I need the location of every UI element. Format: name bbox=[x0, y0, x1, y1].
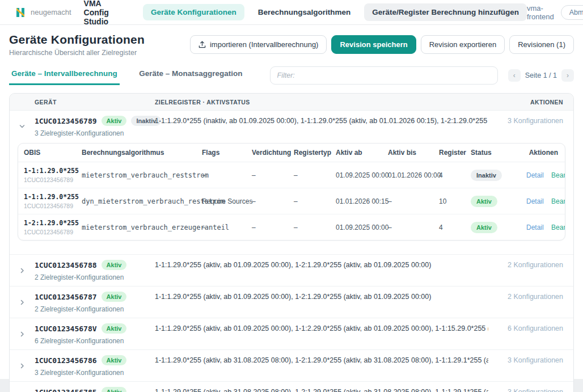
tab-monatsaggregation[interactable]: Geräte – Monatsaggregation bbox=[137, 66, 244, 85]
column-header-aktiv-bis: Aktiv bis bbox=[382, 144, 433, 162]
aktiv-ab-value: 01.09.2025 00:00 bbox=[330, 214, 382, 241]
tab-intervallberechnung[interactable]: Geräte – Intervallberechnung bbox=[9, 66, 120, 85]
config-count-sublabel: 3 Zielregister-Konfigurationen bbox=[35, 369, 155, 377]
device-cell: 1CUC0123456788 Aktiv 2 Zielregister-Konf… bbox=[35, 260, 155, 281]
column-header-aktiv-ab: Aktiv ab bbox=[330, 144, 382, 162]
column-header-status: Status bbox=[465, 144, 515, 162]
app-window: neugemacht VMA Config Studio Geräte Konf… bbox=[0, 0, 583, 379]
device-id: 1CUC0123456786 bbox=[35, 356, 97, 365]
detail-link[interactable]: Detail bbox=[526, 197, 544, 205]
header-actions: importieren (Intervallberechnung) Revisi… bbox=[190, 35, 574, 54]
nav-geraete-konfigurationen[interactable]: Geräte Konfigurationen bbox=[143, 4, 244, 20]
filter-input[interactable] bbox=[270, 66, 498, 85]
registertyp-value: – bbox=[288, 188, 330, 214]
device-table: GERÄT ZIELREGISTER · AKTIVSTATUS AKTIONE… bbox=[9, 93, 574, 392]
algorithm-name: dyn_mieterstrom_verbrauch_reststrom bbox=[76, 188, 196, 214]
edit-link[interactable]: Bearbeiten bbox=[551, 224, 565, 231]
device-table-header: GERÄT ZIELREGISTER · AKTIVSTATUS AKTIONE… bbox=[10, 94, 573, 111]
column-header-registers: ZIELREGISTER · AKTIVSTATUS bbox=[155, 99, 488, 106]
device-id: 1CUC0123456785 bbox=[35, 388, 97, 392]
status-badge: Aktiv bbox=[102, 292, 127, 302]
config-count-sublabel: 2 Zielregister-Konfigurationen bbox=[35, 273, 155, 281]
aktiv-ab-value: 01.01.2026 00:15 bbox=[330, 188, 382, 214]
aktiv-bis-value: – bbox=[382, 188, 433, 214]
device-serial: 1CUC0123456789 bbox=[24, 229, 73, 235]
device-cell: 1CUC012345678V Aktiv 6 Zielregister-Konf… bbox=[35, 323, 155, 345]
nav-add-device-register-button[interactable]: Geräte/Register Berechnung hinzufügen bbox=[364, 3, 527, 21]
status-badge: Aktiv bbox=[102, 116, 127, 126]
device-id: 1CUC0123456788 bbox=[35, 261, 97, 269]
device-row[interactable]: 1CUC0123456785 Aktiv 3 Zielregister-Konf… bbox=[10, 382, 573, 392]
device-row[interactable]: 1CUC0123456786 Aktiv 3 Zielregister-Konf… bbox=[10, 350, 573, 382]
device-row[interactable]: 1CUC012345678V Aktiv 6 Zielregister-Konf… bbox=[10, 318, 573, 350]
configuration-count: 3 Konfigurationen bbox=[488, 355, 573, 364]
device-serial: 1CUC0123456789 bbox=[24, 176, 73, 183]
register-summary: 1-1:1.29.0*255 (aktiv, ab 01.09.2025 00:… bbox=[155, 260, 488, 269]
device-row[interactable]: 1CUC0123456788 Aktiv 2 Zielregister-Konf… bbox=[10, 255, 573, 286]
next-page-button[interactable]: › bbox=[561, 69, 574, 82]
pagination: ‹ Seite 1 / 1 › bbox=[508, 69, 574, 82]
chevron-right-icon[interactable] bbox=[19, 299, 26, 306]
column-header-verdichtung: Verdichtung bbox=[246, 144, 288, 162]
column-header-algorithm: Berechnungsalgorithmus bbox=[76, 144, 196, 162]
page-content: Geräte Konfigurationen Hierarchische Übe… bbox=[0, 25, 583, 392]
register-detail-card: OBIS Berechnungsalgorithmus Flags Verdic… bbox=[18, 143, 565, 241]
obis-code: 1-1:1.29.0*255 bbox=[24, 167, 73, 175]
column-header-aktionen: Aktionen bbox=[515, 144, 565, 162]
table-row: 1-1:1.29.0*255 1CUC0123456789 mieterstro… bbox=[18, 162, 565, 188]
aktiv-bis-value: 01.01.2026 00:00 bbox=[382, 162, 433, 188]
aktiv-bis-value: – bbox=[382, 214, 433, 241]
chevron-right-icon[interactable] bbox=[19, 267, 26, 274]
config-count-sublabel: 3 Zielregister-Konfigurationen bbox=[35, 129, 155, 137]
import-button[interactable]: importieren (Intervallberechnung) bbox=[190, 35, 327, 54]
detail-link[interactable]: Detail bbox=[526, 224, 544, 231]
tabs-row: Geräte – Intervallberechnung Geräte – Mo… bbox=[9, 66, 574, 85]
chevron-right-icon[interactable] bbox=[19, 363, 26, 369]
aktiv-ab-value: 01.09.2025 00:00 bbox=[330, 162, 382, 188]
edit-link[interactable]: Bearbeiten bbox=[551, 197, 565, 205]
config-count-sublabel: 2 Zielregister-Konfigurationen bbox=[35, 305, 155, 313]
table-row: 1-1:1.29.0*255 1CUC0123456789 dyn_mieter… bbox=[18, 188, 565, 214]
register-summary: 1-1:1.29.0*255 (inaktiv, ab 01.09.2025 0… bbox=[155, 116, 488, 125]
verdichtung-value: – bbox=[246, 214, 288, 241]
registertyp-value: – bbox=[288, 162, 330, 188]
flags-value: – bbox=[196, 162, 246, 188]
revisions-button[interactable]: Revisionen (1) bbox=[509, 35, 574, 54]
username-label: vma-frontend bbox=[527, 4, 554, 21]
page-indicator: Seite 1 / 1 bbox=[525, 71, 557, 79]
status-badge: Aktiv bbox=[471, 196, 497, 207]
configuration-count: 2 Konfigurationen bbox=[488, 260, 573, 269]
verdichtung-value: – bbox=[246, 188, 288, 214]
algorithm-name: mieterstrom_verbrauch_erzeugeranteil bbox=[76, 214, 196, 241]
register-summary: 1-1:1.29.0*255 (aktiv, ab 31.08.2025 08:… bbox=[155, 355, 488, 364]
chevron-right-icon[interactable] bbox=[19, 331, 26, 338]
save-revision-button[interactable]: Revision speichern bbox=[331, 35, 416, 54]
logout-button[interactable]: Abmelden bbox=[561, 5, 583, 20]
status-badge: Aktiv bbox=[102, 260, 127, 270]
top-navigation: Geräte Konfigurationen Berechnungsalgori… bbox=[143, 3, 527, 21]
export-revision-button[interactable]: Revision exportieren bbox=[421, 35, 505, 54]
chevron-down-icon[interactable] bbox=[19, 123, 26, 130]
nav-berechnungsalgorithmen[interactable]: Berechnungsalgorithmen bbox=[250, 4, 359, 20]
page-subtitle: Hierarchische Übersicht aller Zielregist… bbox=[9, 49, 145, 57]
column-header-flags: Flags bbox=[196, 144, 246, 162]
flags-value: Require Sources bbox=[196, 188, 246, 214]
detail-link[interactable]: Detail bbox=[526, 171, 544, 179]
registertyp-value: – bbox=[288, 214, 330, 241]
obis-code: 1-1:1.29.0*255 bbox=[24, 193, 73, 201]
edit-link[interactable]: Bearbeiten bbox=[551, 171, 565, 179]
app-title: VMA Config Studio bbox=[84, 0, 109, 26]
detail-header-row: OBIS Berechnungsalgorithmus Flags Verdic… bbox=[18, 144, 565, 162]
column-header-actions: AKTIONEN bbox=[488, 99, 573, 106]
expanded-detail: OBIS Berechnungsalgorithmus Flags Verdic… bbox=[10, 137, 573, 250]
verdichtung-value: – bbox=[246, 162, 288, 188]
device-cell: 1CUC0123456789 Aktiv Inaktiv 3 Zielregis… bbox=[35, 116, 155, 137]
device-cell: 1CUC0123456786 Aktiv 3 Zielregister-Konf… bbox=[35, 355, 155, 377]
prev-page-button[interactable]: ‹ bbox=[508, 69, 521, 82]
page-header: Geräte Konfigurationen Hierarchische Übe… bbox=[9, 33, 574, 57]
device-row-expanded[interactable]: 1CUC0123456789 Aktiv Inaktiv 3 Zielregis… bbox=[10, 111, 573, 255]
table-row: 1-2:1.29.0*255 1CUC0123456789 mieterstro… bbox=[18, 214, 565, 241]
device-row[interactable]: 1CUC0123456787 Aktiv 2 Zielregister-Konf… bbox=[10, 286, 573, 318]
status-badge: Aktiv bbox=[102, 323, 127, 334]
register-summary: 1-1:1.29.0*255 (aktiv, ab 31.08.2025 08:… bbox=[155, 387, 488, 392]
